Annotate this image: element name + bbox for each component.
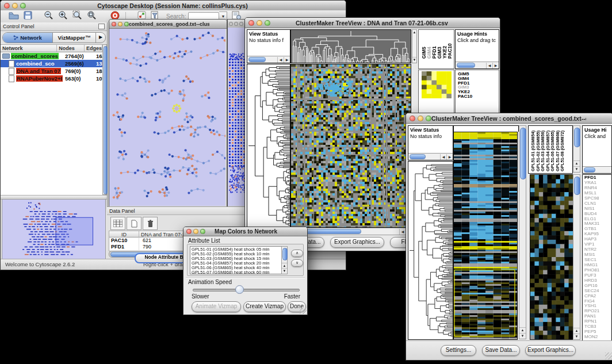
- scroll-right-icon[interactable]: ▶: [492, 63, 499, 68]
- column-dendrogram-canvas[interactable]: [290, 29, 411, 63]
- scroll-up-icon[interactable]: ▲: [573, 328, 580, 334]
- usage-hints-scrollbar[interactable]: [583, 166, 611, 173]
- zoom-in-icon[interactable]: [58, 10, 68, 22]
- attribute-item[interactable]: GPL51-07 (GSM868) heat shock 60 min: [192, 270, 270, 274]
- zoom-button[interactable]: [239, 22, 243, 26]
- col-header-nodes[interactable]: Nodes: [57, 45, 85, 52]
- close-button[interactable]: [4, 3, 10, 9]
- settings-button[interactable]: Settings...: [441, 345, 476, 356]
- network-canvas[interactable]: [109, 29, 225, 206]
- zoom-v-scrollbar[interactable]: ▲ ▼: [573, 174, 580, 340]
- array-column-label[interactable]: GPL51-04 (GSM857): [545, 127, 550, 171]
- array-column-label[interactable]: GPL51-08 (GSM872): [560, 127, 564, 171]
- zoom-button[interactable]: [426, 116, 431, 121]
- matrix-column-label[interactable]: GIM3: [437, 32, 441, 59]
- minimize-button[interactable]: [234, 22, 238, 26]
- zoom-button[interactable]: [20, 3, 26, 9]
- network-row[interactable]: combined_scores2764(0)16218(0): [1, 52, 102, 60]
- gene-label[interactable]: MON2: [584, 335, 599, 340]
- matrix-column-label[interactable]: PFD1: [432, 32, 436, 59]
- resize-grip[interactable]: [300, 307, 307, 314]
- tab-vizmapper[interactable]: VizMapper™: [53, 33, 95, 43]
- scrollbar-thumb[interactable]: [248, 57, 266, 62]
- table-mode-icon[interactable]: [110, 217, 125, 230]
- minimize-button[interactable]: [118, 22, 123, 26]
- dialog-titlebar[interactable]: Map Colors to Network: [183, 227, 307, 236]
- zoom-fit-icon[interactable]: [87, 10, 97, 22]
- usage-hints-scrollbar[interactable]: ◀ ▶: [456, 62, 499, 68]
- save-icon[interactable]: [24, 11, 32, 22]
- birdseye-overview-canvas[interactable]: [2, 199, 106, 260]
- minimize-button[interactable]: [12, 3, 18, 9]
- float-panel-icon[interactable]: [98, 24, 105, 29]
- attribute-list-scrollbar[interactable]: ▲ ▼: [281, 246, 288, 274]
- close-button[interactable]: [186, 229, 192, 234]
- matrix-column-label[interactable]: PAC10: [447, 32, 452, 59]
- scroll-left-icon[interactable]: ◀: [440, 154, 446, 160]
- zoom-button[interactable]: [124, 22, 129, 26]
- close-button[interactable]: [248, 20, 254, 26]
- scroll-left-icon[interactable]: ◀: [399, 229, 406, 235]
- close-button[interactable]: [410, 116, 415, 121]
- scrollbar-thumb[interactable]: [104, 46, 108, 194]
- create-vizmap-button[interactable]: Create Vizmap: [243, 301, 286, 312]
- treeview1-titlebar[interactable]: ClusterMaker TreeView : DNA and Tran 07-…: [245, 18, 500, 28]
- scroll-up-icon[interactable]: ▲: [573, 160, 580, 166]
- scroll-right-icon[interactable]: ▶: [284, 57, 290, 63]
- view-status-scrollbar[interactable]: ◀ ▶: [247, 56, 290, 63]
- array-labels-scrollbar[interactable]: ▲ ▼: [573, 125, 580, 173]
- zoom-button[interactable]: [265, 20, 270, 26]
- row-dendrogram-canvas[interactable]: [247, 64, 290, 228]
- scroll-left-icon[interactable]: ◀: [486, 63, 492, 68]
- tab-network[interactable]: Network: [3, 33, 53, 43]
- heatmap-v-scrollbar[interactable]: ▲ ▼: [519, 125, 526, 339]
- zoom-button[interactable]: [200, 229, 205, 234]
- scrollbar-thumb[interactable]: [282, 248, 288, 260]
- scroll-left-icon[interactable]: ◀: [277, 57, 284, 63]
- minimize-button[interactable]: [257, 20, 262, 26]
- scroll-down-icon[interactable]: ▼: [573, 166, 580, 172]
- delete-attribute-icon[interactable]: [143, 217, 158, 230]
- zoom-selected-icon[interactable]: [72, 10, 82, 22]
- array-column-label[interactable]: GPL51-07 (GSM868): [555, 127, 560, 171]
- matrix-column-label[interactable]: GIM4: [427, 32, 431, 59]
- scroll-down-icon[interactable]: ▼: [282, 268, 287, 274]
- matrix-row-label[interactable]: PAC10: [458, 94, 472, 99]
- array-column-label[interactable]: GPL51-01 (GSM854): [530, 127, 535, 171]
- col-header-network[interactable]: Network: [1, 45, 57, 52]
- heatmap-canvas[interactable]: [290, 64, 411, 228]
- scroll-up-icon[interactable]: ▲: [519, 327, 526, 333]
- scrollbar-thumb[interactable]: [410, 154, 426, 159]
- matrix-column-label[interactable]: GIM5: [422, 32, 426, 59]
- export-graphics-button[interactable]: Export Graphics...: [330, 237, 384, 248]
- expression-heatmap-canvas[interactable]: [453, 132, 518, 340]
- id-column-header[interactable]: ID: [109, 231, 139, 237]
- animation-slider-thumb[interactable]: [235, 285, 244, 294]
- scrollbar-thumb[interactable]: [574, 128, 580, 147]
- scroll-right-icon[interactable]: ▶: [446, 154, 453, 160]
- heatmap-h-scrollbar[interactable]: ◀ ▶: [290, 228, 412, 235]
- scrollbar-thumb[interactable]: [584, 167, 595, 173]
- scrollbar-thumb[interactable]: [574, 177, 580, 195]
- network-row[interactable]: combined_sco2569(6)13112(15): [1, 60, 102, 67]
- tab-overflow-arrow[interactable]: ▶: [95, 33, 105, 43]
- array-column-label[interactable]: GPL51-02 (GSM855): [536, 127, 540, 171]
- network-view-titlebar[interactable]: combined_scores_good.txt--cluste...: [109, 20, 227, 29]
- open-folder-icon[interactable]: [9, 12, 19, 22]
- scroll-down-icon[interactable]: ▼: [519, 333, 526, 339]
- close-button[interactable]: [229, 22, 233, 26]
- export-graphics-button[interactable]: Export Graphics...: [525, 345, 576, 356]
- col-header-edges[interactable]: Edges: [85, 45, 102, 52]
- resize-grip[interactable]: [605, 352, 612, 359]
- minimize-button[interactable]: [193, 229, 198, 234]
- zoom-out-icon[interactable]: [44, 10, 53, 22]
- move-up-button[interactable]: ∧: [291, 250, 303, 257]
- animation-slider-track[interactable]: [193, 289, 300, 292]
- main-titlebar[interactable]: Cytoscape Desktop (Session Name: collins…: [1, 1, 346, 11]
- close-button[interactable]: [112, 22, 116, 26]
- array-column-label[interactable]: GPL51-03 (GSM856): [540, 127, 545, 171]
- network-row[interactable]: RNAPuberNov2+I563(0)107847(0): [1, 75, 102, 82]
- matrix-column-label[interactable]: YKE2: [442, 32, 446, 59]
- minimize-button[interactable]: [418, 116, 423, 121]
- dendrogram-zoom-strip[interactable]: ▲ ▼: [412, 29, 417, 63]
